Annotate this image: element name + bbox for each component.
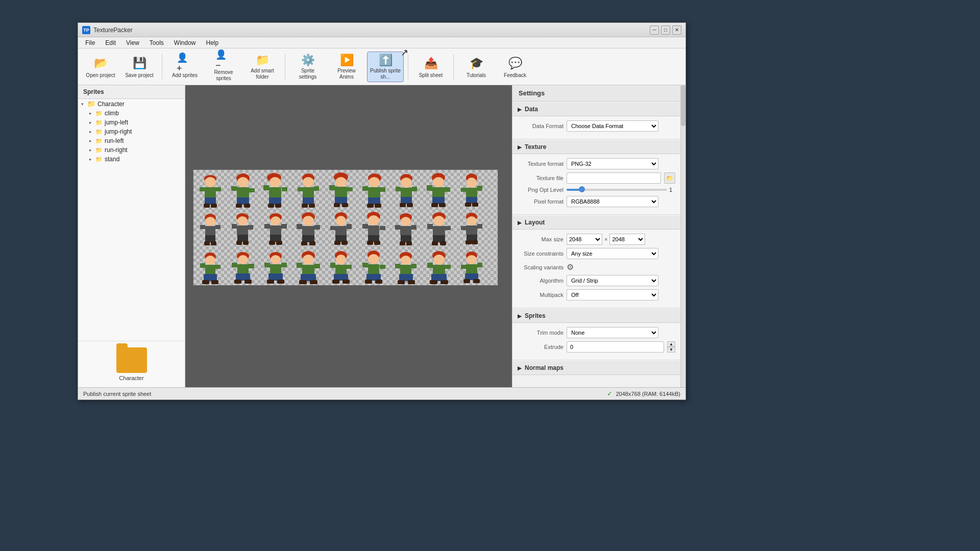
jump-left-expand-arrow[interactable]: ▸ — [89, 120, 95, 125]
svg-rect-35 — [335, 197, 347, 204]
jump-left-item[interactable]: ▸ 📁 jump-left — [86, 118, 185, 127]
stand-expand-arrow[interactable]: ▸ — [89, 157, 95, 162]
sprite-cell — [325, 172, 357, 209]
texture-format-row: Texture format PNG-32 PNG-8 JPEG — [518, 158, 675, 169]
max-size-width-select[interactable]: 204840961024 — [567, 234, 602, 245]
character-root-item[interactable]: ▾ 📁 Character — [78, 99, 185, 109]
svg-rect-87 — [248, 225, 253, 230]
menu-file[interactable]: File — [80, 38, 100, 47]
menu-help[interactable]: Help — [201, 38, 224, 47]
pixel-format-select[interactable]: RGBA8888 RGB888 RGBA4444 — [567, 196, 658, 207]
scrollbar-thumb[interactable] — [681, 85, 685, 126]
svg-rect-31 — [298, 187, 303, 191]
svg-rect-181 — [342, 280, 350, 284]
run-left-item[interactable]: ▸ 📁 run-left — [86, 136, 185, 145]
svg-rect-157 — [244, 280, 252, 284]
climb-expand-arrow[interactable]: ▸ — [89, 111, 95, 116]
svg-rect-106 — [335, 226, 347, 235]
run-right-expand-arrow[interactable]: ▸ — [89, 147, 95, 153]
texture-format-select[interactable]: PNG-32 PNG-8 JPEG — [567, 158, 658, 169]
sprite-cell — [358, 211, 389, 247]
normal-maps-section-header[interactable]: ▶ Normal maps — [512, 361, 680, 375]
layout-section-header[interactable]: ▶ Layout — [512, 216, 680, 230]
svg-point-177 — [336, 255, 346, 265]
data-section-label: Data — [525, 106, 538, 113]
svg-rect-143 — [461, 226, 466, 230]
run-right-item[interactable]: ▸ 📁 run-right — [86, 145, 185, 155]
menu-view[interactable]: View — [121, 38, 144, 47]
preview-anims-button[interactable]: ▶️ Preview Anims — [328, 52, 365, 82]
run-left-expand-arrow[interactable]: ▸ — [89, 138, 95, 143]
max-size-height-select[interactable]: 204840961024 — [609, 234, 645, 245]
size-constraints-select[interactable]: Any size POT Square — [567, 248, 658, 259]
split-sheet-button[interactable]: 📤 Split sheet — [412, 52, 449, 82]
sprite-cell — [194, 211, 226, 247]
data-section-header[interactable]: ▶ Data — [512, 103, 680, 116]
data-format-select[interactable]: Choose Data Format — [567, 120, 658, 132]
add-sprites-label: Add sprites — [172, 72, 198, 79]
remove-sprites-button[interactable]: 👤− Remove sprites — [205, 52, 242, 82]
scrollbar[interactable] — [680, 85, 685, 387]
menu-window[interactable]: Window — [169, 38, 201, 47]
svg-rect-203 — [431, 274, 447, 281]
algorithm-select[interactable]: Grid / Strip MaxRects Shelf — [567, 275, 658, 286]
maximize-button[interactable]: □ — [661, 26, 670, 35]
add-smart-folder-button[interactable]: 📁 Add smart folder — [244, 52, 281, 82]
pixel-format-label: Pixel format — [518, 198, 564, 205]
sprite-cell — [292, 172, 324, 209]
svg-rect-215 — [461, 265, 466, 269]
svg-rect-21 — [275, 204, 281, 208]
trim-mode-row: Trim mode None Trim Polygon — [518, 327, 675, 338]
add-sprites-button[interactable]: 👤+ Add sprites — [166, 52, 203, 82]
climb-item[interactable]: ▸ 📁 climb — [86, 109, 185, 118]
close-button[interactable]: ✕ — [672, 26, 681, 35]
menu-edit[interactable]: Edit — [100, 38, 121, 47]
svg-rect-22 — [263, 185, 269, 190]
stand-item[interactable]: ▸ 📁 stand — [86, 155, 185, 164]
svg-rect-109 — [341, 241, 348, 245]
extrude-down-button[interactable]: ▼ — [667, 347, 675, 353]
jump-right-item[interactable]: ▸ 📁 jump-right — [86, 127, 185, 136]
sprite-settings-button[interactable]: ⚙️ Sprite settings — [289, 52, 326, 82]
png-opt-slider-thumb[interactable] — [579, 186, 585, 192]
texture-file-browse-button[interactable]: 📁 — [664, 172, 675, 184]
svg-rect-78 — [200, 225, 205, 229]
svg-rect-155 — [236, 273, 250, 281]
feedback-button[interactable]: 💬 Feedback — [497, 52, 533, 82]
character-expand-arrow[interactable]: ▾ — [81, 102, 87, 107]
png-opt-slider-track[interactable] — [567, 189, 667, 191]
size-constraints-label: Size constraints — [518, 251, 564, 257]
texture-section-arrow: ▶ — [518, 144, 522, 150]
extrude-up-button[interactable]: ▲ — [667, 341, 675, 347]
texture-section-header[interactable]: ▶ Texture — [512, 140, 680, 154]
main-area: Sprites ▾ 📁 Character ▸ 📁 climb — [78, 85, 685, 387]
svg-rect-94 — [264, 224, 270, 229]
publish-sprite-button[interactable]: ⬆️ Publish sprite sh... ↗ — [367, 52, 404, 82]
texture-file-input[interactable] — [567, 172, 661, 184]
menu-tools[interactable]: Tools — [144, 38, 169, 47]
svg-rect-27 — [303, 197, 314, 205]
svg-rect-133 — [440, 241, 446, 245]
svg-rect-37 — [342, 203, 348, 207]
toolbar-separator-3 — [408, 54, 408, 80]
extrude-row: Extrude ▲ ▼ — [518, 341, 675, 353]
save-project-button[interactable]: 💾 Save project — [121, 52, 158, 82]
scaling-variants-gear-icon[interactable]: ⚙ — [567, 262, 574, 272]
tutorials-button[interactable]: 🎓 Tutorials — [458, 52, 495, 82]
svg-point-97 — [303, 216, 314, 226]
jump-right-expand-arrow[interactable]: ▸ — [89, 129, 95, 134]
svg-rect-75 — [205, 235, 215, 242]
svg-rect-210 — [466, 264, 477, 273]
canvas-area[interactable] — [185, 85, 512, 387]
open-project-button[interactable]: 📂 Open project — [82, 52, 119, 82]
svg-rect-42 — [368, 187, 380, 197]
svg-rect-5 — [211, 204, 217, 208]
max-size-label: Max size — [518, 236, 564, 242]
extrude-input[interactable] — [567, 341, 664, 353]
multipack-select[interactable]: Off On — [567, 289, 658, 300]
svg-rect-165 — [277, 280, 284, 284]
trim-mode-select[interactable]: None Trim Polygon — [567, 327, 658, 338]
svg-rect-59 — [432, 197, 445, 204]
minimize-button[interactable]: ─ — [650, 26, 659, 35]
sprites-section-header[interactable]: ▶ Sprites — [512, 309, 680, 323]
